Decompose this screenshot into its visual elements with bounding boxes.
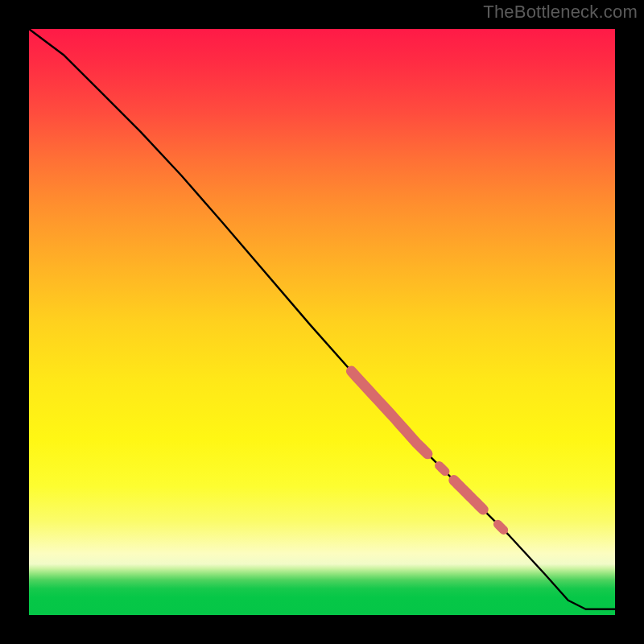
highlight-segment	[351, 371, 427, 454]
highlight-group	[351, 371, 503, 530]
data-line	[29, 29, 615, 609]
watermark-text: TheBottleneck.com	[483, 2, 638, 23]
highlight-segment	[497, 524, 503, 530]
highlight-segment	[440, 465, 445, 471]
plot-area	[29, 29, 615, 615]
chart-stage: TheBottleneck.com	[0, 0, 644, 644]
highlight-segment	[454, 481, 483, 510]
chart-overlay	[29, 29, 615, 615]
